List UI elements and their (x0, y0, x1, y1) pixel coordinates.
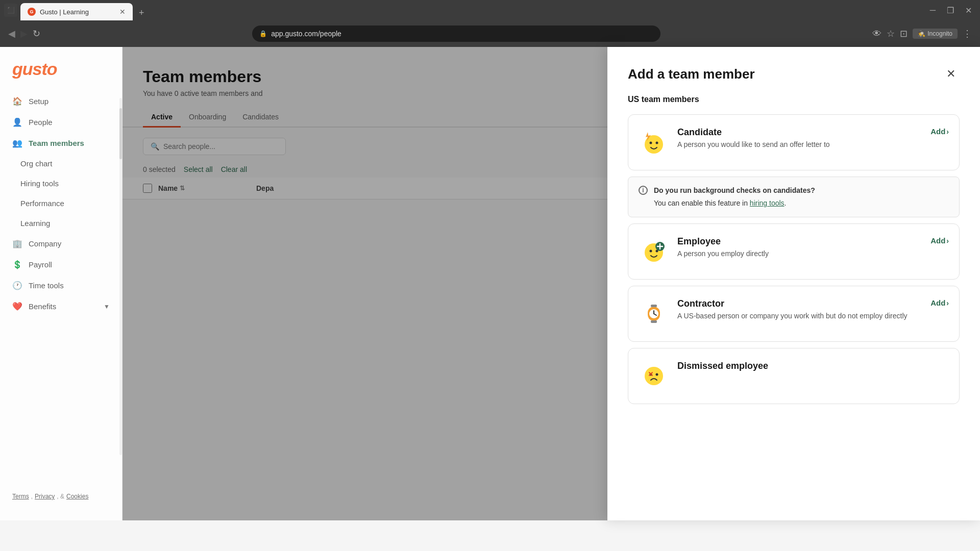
address-bar-row: ◀ ▶ ↻ 🔒 app.gusto.com/people 👁 ☆ ⊡ 🕵 Inc… (0, 20, 980, 47)
time-tools-icon: 🕐 (12, 281, 22, 290)
info-heading: Do you run background checks on candidat… (654, 185, 815, 196)
sidebar-item-team-members[interactable]: 👥 Team members (6, 133, 116, 153)
employee-add-chevron: › (946, 237, 949, 245)
contractor-add-label: Add (930, 298, 945, 307)
privacy-link[interactable]: Privacy (35, 493, 55, 500)
gusto-logo: gusto (12, 59, 57, 79)
sidebar-label-performance: Performance (20, 199, 64, 208)
sidebar-logo-area: gusto (0, 59, 122, 91)
sidebar-label-setup: Setup (29, 97, 48, 106)
candidate-desc: A person you would like to send an offer… (677, 140, 922, 150)
sidebar-footer: Terms , Privacy , & Cookies (0, 485, 122, 508)
window-close-button[interactable]: ✕ (961, 4, 976, 17)
sidebar-label-company: Company (29, 239, 61, 248)
tab-close-icon[interactable]: ✕ (119, 8, 126, 16)
sidebar-item-time-tools[interactable]: 🕐 Time tools (6, 276, 116, 295)
refresh-button[interactable]: ↻ (33, 28, 40, 39)
payroll-icon: 💲 (12, 260, 22, 269)
cookies-link[interactable]: Cookies (66, 493, 88, 500)
sidebar-item-payroll[interactable]: 💲 Payroll (6, 255, 116, 274)
separator-1: , (31, 493, 33, 500)
employee-add-link[interactable]: Add › (930, 236, 949, 245)
benefits-icon: ❤️ (12, 302, 22, 311)
info-body: You can enable this feature in (654, 199, 750, 207)
dismissed-employee-card[interactable]: Dismissed employee (628, 348, 960, 404)
employee-title: Employee (677, 236, 922, 247)
incognito-icon: 🕵 (918, 30, 925, 37)
info-period: . (785, 199, 787, 207)
candidate-title: Candidate (677, 127, 922, 138)
tab-title: Gusto | Learning (40, 8, 115, 16)
active-tab[interactable]: G Gusto | Learning ✕ (20, 3, 133, 20)
contractor-desc: A US-based person or company you work wi… (677, 311, 922, 321)
team-members-icon: 👥 (12, 138, 22, 148)
hiring-tools-link[interactable]: hiring tools (750, 199, 785, 207)
contractor-icon (639, 298, 669, 329)
tab-favicon: G (28, 8, 36, 16)
dismissed-employee-title: Dismissed employee (677, 361, 949, 371)
info-icon: i (639, 186, 648, 195)
terms-link[interactable]: Terms (12, 493, 29, 500)
eye-slash-icon[interactable]: 👁 (872, 29, 881, 39)
sidebar-label-team-members: Team members (29, 139, 84, 147)
employee-card[interactable]: Employee A person you employ directly Ad… (628, 223, 960, 280)
sidebar-item-benefits[interactable]: ❤️ Benefits ▼ (6, 296, 116, 316)
benefits-chevron: ▼ (104, 303, 110, 310)
dismissed-employee-content: Dismissed employee (677, 361, 949, 373)
svg-point-1 (650, 142, 652, 144)
sidebar-label-people: People (29, 118, 53, 127)
sidebar-item-setup[interactable]: 🏠 Setup (6, 91, 116, 111)
address-bar[interactable]: 🔒 app.gusto.com/people (252, 26, 660, 42)
svg-point-15 (656, 373, 658, 376)
info-box: i Do you run background checks on candid… (628, 177, 960, 217)
section-label: US team members (628, 95, 960, 104)
candidate-add-label: Add (930, 127, 945, 136)
candidate-add-chevron: › (946, 128, 949, 136)
sidebar-item-company[interactable]: 🏢 Company (6, 234, 116, 254)
tab-group-btn[interactable]: ⬛ (4, 4, 17, 17)
sidebar: gusto 🏠 Setup 👤 People 👥 Team members Or… (0, 47, 122, 520)
incognito-badge: 🕵 Incognito (913, 29, 958, 39)
modal-title: Add a team member (628, 66, 755, 82)
sidebar-item-people[interactable]: 👤 People (6, 112, 116, 132)
scrollbar-thumb[interactable] (119, 108, 122, 159)
new-tab-button[interactable]: + (135, 6, 149, 20)
employee-desc: A person you employ directly (677, 249, 922, 259)
employee-content: Employee A person you employ directly (677, 236, 922, 259)
svg-rect-12 (651, 320, 657, 323)
sidebar-label-time-tools: Time tools (29, 281, 64, 290)
back-button[interactable]: ◀ (8, 28, 15, 39)
modal-body: US team members Candidate A (607, 95, 980, 424)
split-view-icon[interactable]: ⊡ (900, 28, 908, 39)
candidate-icon (639, 127, 669, 158)
contractor-add-link[interactable]: Add › (930, 298, 949, 307)
setup-icon: 🏠 (12, 96, 22, 106)
modal-header: Add a team member ✕ (607, 47, 980, 95)
sidebar-label-org-chart: Org chart (20, 159, 53, 168)
sidebar-label-payroll: Payroll (29, 260, 52, 269)
sidebar-item-learning[interactable]: Learning (6, 214, 116, 233)
contractor-card[interactable]: Contractor A US-based person or company … (628, 286, 960, 342)
candidate-add-link[interactable]: Add › (930, 127, 949, 136)
sidebar-label-benefits: Benefits (29, 302, 56, 311)
employee-icon (639, 236, 669, 267)
svg-point-2 (656, 142, 658, 144)
modal-close-button[interactable]: ✕ (942, 65, 960, 83)
info-content: Do you run background checks on candidat… (654, 185, 815, 209)
sidebar-label-hiring-tools: Hiring tools (20, 179, 59, 188)
contractor-content: Contractor A US-based person or company … (677, 298, 922, 321)
sidebar-label-learning: Learning (20, 219, 50, 228)
sidebar-item-performance[interactable]: Performance (6, 194, 116, 213)
bookmark-icon[interactable]: ☆ (887, 28, 895, 39)
restore-button[interactable]: ❐ (943, 4, 958, 17)
minimize-button[interactable]: ─ (926, 4, 940, 17)
menu-icon[interactable]: ⋮ (963, 28, 972, 39)
forward-button[interactable]: ▶ (20, 28, 28, 39)
app-container: gusto 🏠 Setup 👤 People 👥 Team members Or… (0, 47, 980, 520)
lock-icon: 🔒 (259, 30, 267, 37)
candidate-card[interactable]: Candidate A person you would like to sen… (628, 114, 960, 170)
url-text: app.gusto.com/people (271, 30, 341, 38)
sidebar-item-org-chart[interactable]: Org chart (6, 154, 116, 173)
contractor-add-chevron: › (946, 299, 949, 307)
sidebar-item-hiring-tools[interactable]: Hiring tools (6, 174, 116, 193)
